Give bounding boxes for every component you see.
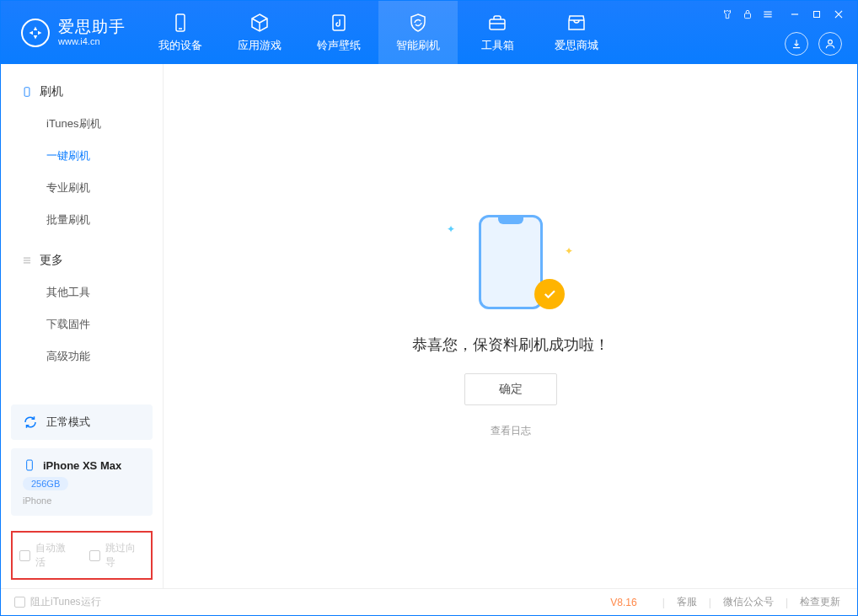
- device-panel: 正常模式 iPhone XS Max 256GB iPhone: [1, 404, 163, 524]
- body: 刷机 iTunes刷机 一键刷机 专业刷机 批量刷机 更多 其他工具 下载固件 …: [1, 64, 857, 588]
- download-button[interactable]: [785, 32, 808, 56]
- checkbox-icon: [19, 550, 30, 561]
- cube-icon: [249, 13, 270, 33]
- ok-button[interactable]: 确定: [464, 373, 557, 405]
- section-more-head: 更多: [1, 248, 163, 273]
- sidebar: 刷机 iTunes刷机 一键刷机 专业刷机 批量刷机 更多 其他工具 下载固件 …: [1, 64, 164, 588]
- maximize-button[interactable]: [810, 8, 823, 21]
- store-icon: [566, 13, 587, 33]
- block-itunes-label[interactable]: 阻止iTunes运行: [30, 595, 101, 609]
- view-log-link[interactable]: 查看日志: [491, 424, 531, 438]
- header: 爱思助手 www.i4.cn 我的设备 应用游戏 铃声壁纸 智能刷机: [1, 1, 857, 64]
- sidebar-item-batch-flash[interactable]: 批量刷机: [1, 204, 163, 236]
- device-box[interactable]: iPhone XS Max 256GB iPhone: [11, 448, 153, 516]
- tab-store[interactable]: 爱思商城: [537, 1, 616, 64]
- svg-rect-4: [745, 13, 751, 19]
- logo[interactable]: 爱思助手 www.i4.cn: [1, 19, 141, 47]
- window-controls: [721, 8, 845, 21]
- device-name: iPhone XS Max: [43, 459, 121, 472]
- svg-rect-9: [814, 12, 820, 18]
- minimize-button[interactable]: [788, 8, 802, 21]
- user-button[interactable]: [818, 32, 842, 56]
- download-icon: [791, 38, 802, 50]
- svg-rect-3: [490, 19, 505, 29]
- svg-rect-13: [24, 88, 29, 97]
- menu-icon[interactable]: [761, 8, 775, 21]
- shield-sync-icon: [408, 13, 428, 33]
- options-highlight-box: 自动激活 跳过向导: [11, 531, 153, 580]
- tab-ringtone-wallpaper[interactable]: 铃声壁纸: [299, 1, 378, 64]
- sparkle-icon: ✦: [565, 245, 573, 257]
- shirt-icon[interactable]: [721, 8, 734, 21]
- device-phone-icon: [23, 458, 36, 472]
- version-label: V8.16: [610, 597, 636, 608]
- success-message: 恭喜您，保资料刷机成功啦！: [412, 335, 609, 355]
- section-flash-head: 刷机: [1, 79, 163, 104]
- svg-rect-2: [333, 15, 345, 30]
- footer: 阻止iTunes运行 V8.16 | 客服 | 微信公众号 | 检查更新: [1, 588, 857, 615]
- lock-icon[interactable]: [741, 8, 754, 21]
- success-illustration: ✦ ✦: [460, 215, 561, 316]
- svg-point-12: [829, 40, 833, 44]
- main-content: ✦ ✦ 恭喜您，保资料刷机成功啦！ 确定 查看日志: [164, 64, 857, 588]
- checkbox-auto-activate[interactable]: 自动激活: [19, 541, 74, 570]
- phone-small-icon: [21, 86, 33, 98]
- footer-link-wechat[interactable]: 微信公众号: [720, 595, 777, 609]
- sidebar-item-advanced[interactable]: 高级功能: [1, 340, 163, 372]
- sync-icon: [23, 415, 38, 430]
- footer-link-update[interactable]: 检查更新: [796, 595, 844, 609]
- sidebar-item-download-firmware[interactable]: 下载固件: [1, 308, 163, 340]
- mode-box[interactable]: 正常模式: [11, 404, 153, 440]
- app-window: 爱思助手 www.i4.cn 我的设备 应用游戏 铃声壁纸 智能刷机: [0, 0, 858, 616]
- header-tabs: 我的设备 应用游戏 铃声壁纸 智能刷机 工具箱 爱思商城: [141, 1, 616, 64]
- tab-apps-games[interactable]: 应用游戏: [220, 1, 299, 64]
- device-storage-badge: 256GB: [23, 477, 68, 490]
- app-url: www.i4.cn: [58, 36, 126, 46]
- sidebar-item-other-tools[interactable]: 其他工具: [1, 276, 163, 308]
- tab-toolbox[interactable]: 工具箱: [458, 1, 537, 64]
- checkbox-skip-wizard[interactable]: 跳过向导: [89, 541, 144, 570]
- mode-label: 正常模式: [46, 415, 90, 430]
- tab-my-device[interactable]: 我的设备: [141, 1, 220, 64]
- phone-icon: [170, 13, 190, 33]
- tab-smart-flash[interactable]: 智能刷机: [378, 1, 458, 64]
- music-file-icon: [329, 13, 349, 33]
- svg-rect-17: [27, 460, 33, 470]
- footer-link-kefu[interactable]: 客服: [673, 595, 700, 609]
- checkbox-icon[interactable]: [14, 597, 25, 608]
- sidebar-item-oneclick-flash[interactable]: 一键刷机: [1, 140, 163, 172]
- sparkle-icon: ✦: [447, 223, 455, 235]
- sidebar-item-itunes-flash[interactable]: iTunes刷机: [1, 108, 163, 140]
- header-action-icons: [785, 32, 842, 56]
- toolbox-icon: [487, 13, 507, 33]
- checkbox-icon: [89, 550, 100, 561]
- logo-icon: [21, 19, 50, 47]
- user-icon: [824, 38, 836, 50]
- sidebar-item-pro-flash[interactable]: 专业刷机: [1, 172, 163, 204]
- list-icon: [21, 254, 33, 266]
- phone-illustration: [479, 215, 543, 309]
- device-type: iPhone: [23, 495, 51, 506]
- check-badge-icon: [534, 279, 565, 309]
- close-button[interactable]: [832, 8, 845, 21]
- app-title: 爱思助手: [58, 19, 126, 36]
